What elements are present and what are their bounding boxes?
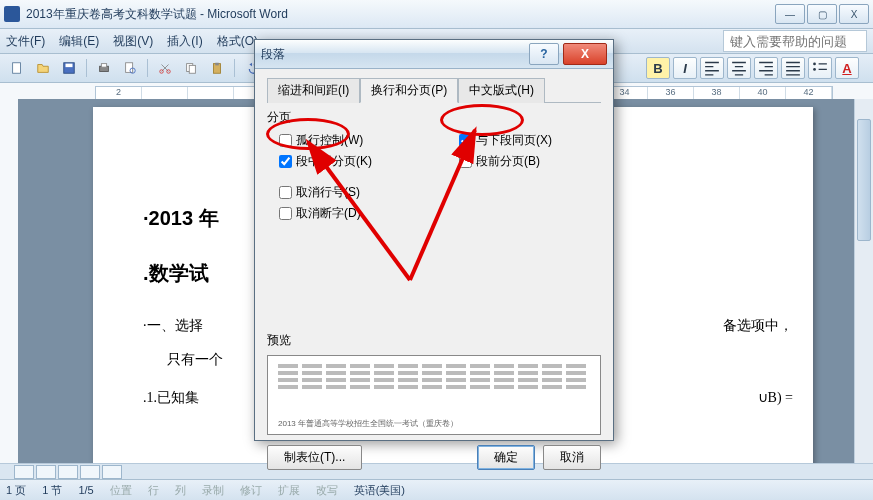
paste-icon[interactable] (206, 57, 228, 79)
status-line: 行 (148, 483, 159, 498)
checkbox-keep-with-next[interactable]: 与下段同页(X) (459, 132, 629, 149)
bold-button[interactable]: B (646, 57, 670, 79)
view-print-icon[interactable] (58, 465, 78, 479)
status-section: 1 节 (42, 483, 62, 498)
preview-label: 预览 (267, 332, 601, 349)
status-position: 位置 (110, 483, 132, 498)
status-bar: 1 页 1 节 1/5 位置 行 列 录制 修订 扩展 改写 英语(美国) (0, 479, 873, 500)
menu-file[interactable]: 文件(F) (6, 33, 45, 50)
no-hyphen-input[interactable] (279, 207, 292, 220)
menu-format[interactable]: 格式(O) (217, 33, 258, 50)
page-break-input[interactable] (459, 155, 472, 168)
preview-frame: 2013 年普通高等学校招生全国统一考试（重庆卷） (267, 355, 601, 435)
svg-rect-12 (215, 63, 219, 66)
checkbox-page-break-before[interactable]: 段前分页(B) (459, 153, 629, 170)
svg-point-14 (813, 68, 816, 71)
status-page-count: 1/5 (78, 484, 93, 496)
scrollbar-thumb[interactable] (857, 119, 871, 241)
preview-caption: 2013 年普通高等学校招生全国统一考试（重庆卷） (278, 420, 458, 428)
status-revision[interactable]: 修订 (240, 483, 262, 498)
tab-line-page-breaks[interactable]: 换行和分页(P) (360, 78, 458, 103)
new-doc-icon[interactable] (6, 57, 28, 79)
vertical-ruler[interactable] (0, 99, 19, 464)
page-break-label: 段前分页(B) (476, 153, 540, 170)
checkbox-suppress-line-numbers[interactable]: 取消行号(S) (279, 184, 449, 201)
menu-edit[interactable]: 编辑(E) (59, 33, 99, 50)
tab-indent-spacing[interactable]: 缩进和间距(I) (267, 78, 360, 103)
dialog-close-button[interactable]: X (563, 43, 607, 65)
svg-rect-10 (189, 65, 195, 73)
window-title: 2013年重庆卷高考文科数学试题 - Microsoft Word (26, 6, 775, 23)
no-line-num-input[interactable] (279, 186, 292, 199)
maximize-button[interactable]: ▢ (807, 4, 837, 24)
status-overwrite[interactable]: 改写 (316, 483, 338, 498)
doc-para-3a: .1.已知集 (143, 390, 199, 405)
status-page: 1 页 (6, 483, 26, 498)
checkbox-widow-control[interactable]: 孤行控制(W) (279, 132, 449, 149)
status-record[interactable]: 录制 (202, 483, 224, 498)
keep-lines-label: 段中不分页(K) (296, 153, 372, 170)
svg-rect-4 (101, 64, 106, 68)
cut-icon[interactable] (154, 57, 176, 79)
vertical-scrollbar[interactable] (854, 99, 873, 464)
cancel-button[interactable]: 取消 (543, 445, 601, 470)
doc-para-3b: ∪B) = (758, 389, 793, 406)
no-hyphen-label: 取消断字(D) (296, 205, 361, 222)
keep-with-next-label: 与下段同页(X) (476, 132, 552, 149)
checkbox-keep-lines-together[interactable]: 段中不分页(K) (279, 153, 449, 170)
minimize-button[interactable]: — (775, 4, 805, 24)
doc-para-1b: 备选项中， (723, 317, 793, 335)
print-icon[interactable] (93, 57, 115, 79)
preview-icon[interactable] (119, 57, 141, 79)
status-extend[interactable]: 扩展 (278, 483, 300, 498)
close-window-button[interactable]: X (839, 4, 869, 24)
no-line-num-label: 取消行号(S) (296, 184, 360, 201)
svg-rect-5 (126, 63, 133, 73)
align-center-icon[interactable] (727, 57, 751, 79)
keep-with-next-input[interactable] (459, 134, 472, 147)
view-reading-icon[interactable] (102, 465, 122, 479)
svg-rect-0 (13, 63, 21, 74)
doc-para-1a: ·一、选择 (143, 318, 203, 333)
menu-insert[interactable]: 插入(I) (167, 33, 202, 50)
view-outline-icon[interactable] (80, 465, 100, 479)
dialog-help-button[interactable]: ? (529, 43, 559, 65)
italic-button[interactable]: I (673, 57, 697, 79)
align-right-icon[interactable] (754, 57, 778, 79)
status-column: 列 (175, 483, 186, 498)
copy-icon[interactable] (180, 57, 202, 79)
view-normal-icon[interactable] (14, 465, 34, 479)
view-web-icon[interactable] (36, 465, 56, 479)
dialog-tabs: 缩进和间距(I) 换行和分页(P) 中文版式(H) (267, 77, 601, 103)
word-app-icon (4, 6, 20, 22)
svg-rect-2 (66, 64, 73, 68)
keep-lines-input[interactable] (279, 155, 292, 168)
paragraph-dialog: 段落 ? X 缩进和间距(I) 换行和分页(P) 中文版式(H) 分页 孤行控制… (254, 39, 614, 441)
align-left-icon[interactable] (700, 57, 724, 79)
section-pagination-label: 分页 (267, 109, 601, 126)
dialog-title-text: 段落 (261, 46, 529, 63)
widow-control-input[interactable] (279, 134, 292, 147)
help-search-input[interactable] (723, 30, 867, 52)
window-titlebar: 2013年重庆卷高考文科数学试题 - Microsoft Word — ▢ X (0, 0, 873, 29)
ok-button[interactable]: 确定 (477, 445, 535, 470)
bullets-icon[interactable] (808, 57, 832, 79)
font-color-button[interactable]: A (835, 57, 859, 79)
open-icon[interactable] (32, 57, 54, 79)
dialog-titlebar[interactable]: 段落 ? X (255, 40, 613, 69)
tab-cjk-layout[interactable]: 中文版式(H) (458, 78, 545, 103)
tabstops-button[interactable]: 制表位(T)... (267, 445, 362, 470)
checkbox-no-hyphenation[interactable]: 取消断字(D) (279, 205, 449, 222)
save-icon[interactable] (58, 57, 80, 79)
svg-point-13 (813, 63, 816, 66)
status-language[interactable]: 英语(美国) (354, 483, 405, 498)
justify-icon[interactable] (781, 57, 805, 79)
widow-control-label: 孤行控制(W) (296, 132, 363, 149)
menu-view[interactable]: 视图(V) (113, 33, 153, 50)
